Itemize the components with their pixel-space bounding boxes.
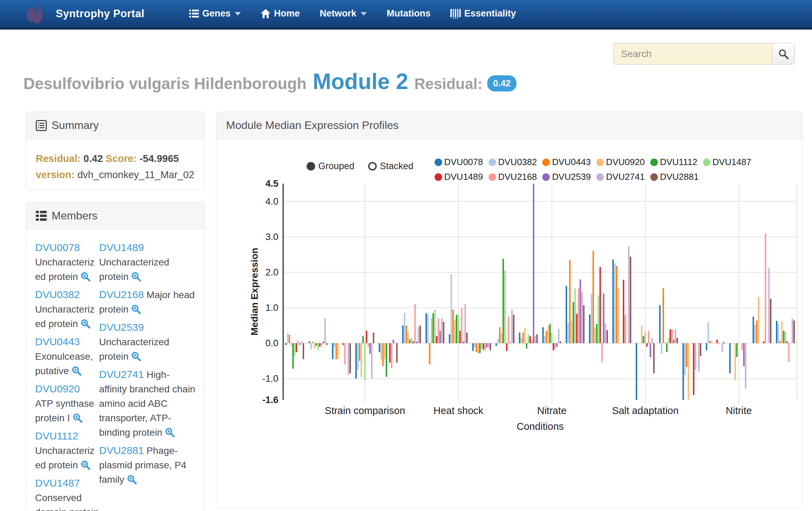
bar[interactable] [536, 334, 538, 343]
bar[interactable] [476, 343, 477, 352]
bar[interactable] [765, 233, 766, 343]
bar[interactable] [488, 343, 489, 347]
bar[interactable] [396, 343, 397, 363]
bar[interactable] [513, 315, 514, 344]
bar[interactable] [301, 341, 302, 343]
bar[interactable] [459, 331, 461, 343]
bar[interactable] [623, 280, 624, 343]
bar[interactable] [668, 338, 669, 344]
bar[interactable] [547, 326, 549, 344]
bar[interactable] [335, 343, 337, 359]
bar[interactable] [321, 343, 322, 345]
bar[interactable] [553, 343, 554, 350]
bar[interactable] [362, 336, 364, 343]
bar[interactable] [419, 326, 421, 344]
gene-link[interactable]: DVU2168 [99, 289, 144, 300]
bar[interactable] [298, 341, 299, 343]
bar[interactable] [589, 315, 590, 344]
bar[interactable] [770, 299, 771, 343]
bar[interactable] [601, 343, 602, 362]
bar[interactable] [618, 288, 619, 343]
bar[interactable] [788, 343, 790, 362]
bar[interactable] [743, 343, 745, 366]
bar[interactable] [381, 343, 382, 359]
brand-title[interactable]: Syntrophy Portal [56, 8, 145, 20]
bar[interactable] [688, 343, 689, 400]
bar[interactable] [735, 343, 736, 380]
bar[interactable] [785, 331, 786, 343]
bar[interactable] [497, 339, 499, 343]
bar[interactable] [481, 343, 482, 349]
bar[interactable] [310, 343, 312, 350]
bar[interactable] [466, 333, 468, 343]
search-plus-icon[interactable] [127, 475, 137, 485]
bar[interactable] [729, 343, 730, 373]
bar[interactable] [556, 343, 558, 347]
bar[interactable] [411, 338, 412, 344]
bar[interactable] [558, 329, 559, 343]
bar[interactable] [663, 288, 664, 343]
bar[interactable] [416, 341, 417, 343]
bar[interactable] [781, 321, 782, 343]
bar[interactable] [371, 343, 372, 379]
bar[interactable] [560, 341, 561, 343]
bar[interactable] [542, 327, 544, 343]
bar[interactable] [319, 343, 320, 347]
bar[interactable] [334, 343, 335, 347]
bar[interactable] [522, 333, 524, 343]
nav-item-genes[interactable]: Genes [189, 8, 241, 19]
bar[interactable] [499, 327, 500, 343]
bar[interactable] [506, 343, 508, 351]
search-input[interactable] [613, 43, 772, 65]
bar[interactable] [670, 329, 671, 343]
bar[interactable] [285, 343, 287, 345]
gene-link[interactable]: DVU1112 [35, 430, 78, 442]
search-plus-icon[interactable] [81, 272, 91, 282]
bar[interactable] [675, 329, 676, 343]
bar[interactable] [342, 343, 344, 345]
bar[interactable] [578, 288, 579, 343]
bar[interactable] [531, 340, 533, 343]
bar[interactable] [636, 343, 637, 400]
bar[interactable] [776, 321, 777, 343]
bar[interactable] [503, 259, 504, 343]
bar[interactable] [438, 318, 439, 343]
bar[interactable] [303, 343, 304, 359]
gene-link[interactable]: DVU2881 [99, 445, 144, 456]
bar[interactable] [439, 331, 441, 343]
bar[interactable] [510, 343, 511, 343]
bar[interactable] [292, 343, 293, 369]
bar[interactable] [483, 343, 484, 350]
bar[interactable] [643, 336, 644, 343]
bar[interactable] [391, 343, 392, 368]
bar[interactable] [596, 324, 597, 343]
nav-item-home[interactable]: Home [261, 8, 300, 19]
search-plus-icon[interactable] [73, 413, 83, 423]
bar[interactable] [452, 309, 454, 343]
bar[interactable] [369, 343, 371, 354]
bar[interactable] [591, 294, 592, 343]
bar[interactable] [441, 318, 442, 343]
bar[interactable] [630, 257, 631, 343]
bar[interactable] [793, 320, 795, 343]
bar[interactable] [612, 260, 614, 343]
bar[interactable] [394, 343, 396, 343]
bar[interactable] [641, 326, 642, 344]
bar[interactable] [508, 317, 509, 343]
bar[interactable] [373, 333, 374, 343]
bar[interactable] [389, 343, 391, 363]
bar[interactable] [414, 304, 416, 343]
bar[interactable] [367, 343, 369, 347]
bar[interactable] [614, 264, 616, 343]
bar[interactable] [716, 340, 718, 343]
bar[interactable] [700, 343, 701, 356]
bar[interactable] [526, 343, 527, 349]
bar[interactable] [359, 343, 360, 361]
bar[interactable] [555, 343, 556, 349]
gene-link[interactable]: DVU2741 [99, 369, 144, 380]
nav-item-network[interactable]: Network [320, 8, 367, 19]
bar[interactable] [402, 326, 404, 344]
bar[interactable] [676, 338, 678, 344]
bar[interactable] [501, 333, 502, 343]
bar[interactable] [544, 336, 545, 343]
